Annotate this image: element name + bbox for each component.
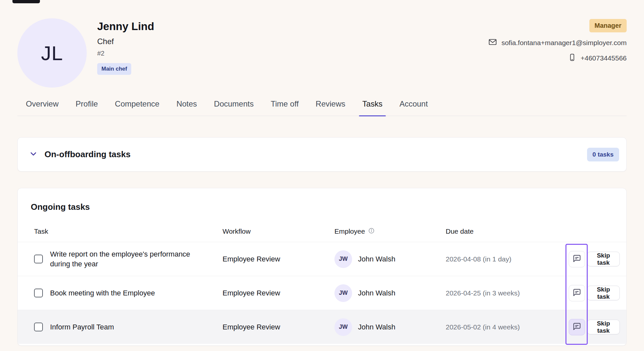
manager-badge: Manager	[589, 19, 627, 32]
task-row: Inform Payroll Team Employee Review JW J…	[18, 310, 626, 344]
task-checkbox[interactable]	[34, 289, 43, 297]
comment-icon	[573, 254, 581, 264]
task-count-badge: 0 tasks	[587, 148, 619, 161]
tab-overview[interactable]: Overview	[26, 99, 59, 116]
task-row: Write report on the employee's performan…	[18, 242, 626, 276]
employee-avatar: JW	[334, 284, 352, 302]
chevron-down-icon[interactable]	[29, 149, 38, 160]
info-icon[interactable]	[368, 227, 375, 236]
employee-name: Jenny Lind	[97, 20, 154, 33]
comment-icon	[573, 322, 581, 332]
tab-tasks[interactable]: Tasks	[362, 99, 382, 116]
skip-task-button[interactable]: Skip task	[587, 286, 620, 300]
email-row: sofia.fontana+manager1@simployer.com	[488, 38, 627, 48]
profile-info: Jenny Lind Chef #2 Main chef	[97, 18, 154, 75]
comment-button[interactable]	[569, 251, 585, 267]
task-title: Book meeting with the Employee	[50, 288, 155, 298]
task-due-date: 2026-04-08 (in 1 day)	[446, 255, 567, 263]
top-left-artifact	[12, 0, 40, 3]
task-title: Inform Payroll Team	[50, 322, 114, 332]
tab-profile[interactable]: Profile	[76, 99, 98, 116]
employee-name-cell: John Walsh	[358, 289, 395, 297]
task-due-date: 2026-05-02 (in 4 weeks)	[446, 323, 567, 331]
avatar: JL	[17, 18, 87, 88]
phone-icon	[568, 53, 576, 63]
profile-header: JL Jenny Lind Chef #2 Main chef Manager …	[17, 18, 627, 88]
tasks-table-header: Task Workflow Employee Due date	[18, 221, 626, 242]
employee-profile-page: JL Jenny Lind Chef #2 Main chef Manager …	[0, 18, 644, 346]
column-header-workflow: Workflow	[223, 227, 334, 235]
tab-notes[interactable]: Notes	[176, 99, 197, 116]
column-header-employee-label: Employee	[334, 227, 365, 235]
phone-row: +46073445566	[568, 53, 627, 63]
employee-avatar: JW	[334, 318, 352, 336]
task-due-date: 2026-04-25 (in 3 weeks)	[446, 289, 567, 297]
tab-account[interactable]: Account	[400, 99, 428, 116]
profile-contact: Manager sofia.fontana+manager1@simployer…	[488, 18, 627, 63]
employee-number: #2	[97, 50, 154, 57]
comment-button[interactable]	[569, 285, 585, 301]
employee-name-cell: John Walsh	[358, 255, 395, 263]
task-checkbox[interactable]	[34, 255, 43, 263]
tab-time-off[interactable]: Time off	[271, 99, 298, 116]
task-employee: JW John Walsh	[334, 284, 446, 302]
column-header-due: Due date	[446, 227, 567, 235]
profile-tabs: Overview Profile Competence Notes Docume…	[17, 99, 627, 116]
email-text: sofia.fontana+manager1@simployer.com	[501, 39, 627, 47]
onoffboarding-section-header[interactable]: On-offboarding tasks 0 tasks	[17, 137, 627, 172]
ongoing-tasks-card: Ongoing tasks Task Workflow Employee Due…	[17, 188, 627, 346]
onoffboarding-title: On-offboarding tasks	[45, 149, 131, 159]
employee-job-title: Chef	[97, 37, 154, 46]
skip-task-button[interactable]: Skip task	[587, 320, 620, 334]
comment-button[interactable]	[569, 319, 585, 335]
tab-documents[interactable]: Documents	[214, 99, 254, 116]
task-row: Book meeting with the Employee Employee …	[18, 276, 626, 310]
comment-icon	[573, 288, 581, 298]
task-employee: JW John Walsh	[334, 250, 446, 268]
phone-text: +46073445566	[581, 54, 627, 62]
tab-reviews[interactable]: Reviews	[316, 99, 346, 116]
column-header-employee: Employee	[334, 227, 446, 236]
task-title: Write report on the employee's performan…	[50, 249, 204, 269]
tab-competence[interactable]: Competence	[115, 99, 159, 116]
task-workflow: Employee Review	[223, 289, 334, 297]
task-checkbox[interactable]	[34, 323, 43, 331]
task-workflow: Employee Review	[223, 255, 334, 263]
envelope-icon	[488, 38, 497, 48]
main-chef-chip: Main chef	[97, 63, 131, 75]
ongoing-tasks-title: Ongoing tasks	[31, 202, 626, 212]
column-header-task: Task	[18, 227, 223, 235]
task-employee: JW John Walsh	[334, 318, 446, 336]
employee-avatar: JW	[334, 250, 352, 268]
employee-name-cell: John Walsh	[358, 323, 395, 331]
task-workflow: Employee Review	[223, 323, 334, 331]
skip-task-button[interactable]: Skip task	[587, 252, 620, 266]
